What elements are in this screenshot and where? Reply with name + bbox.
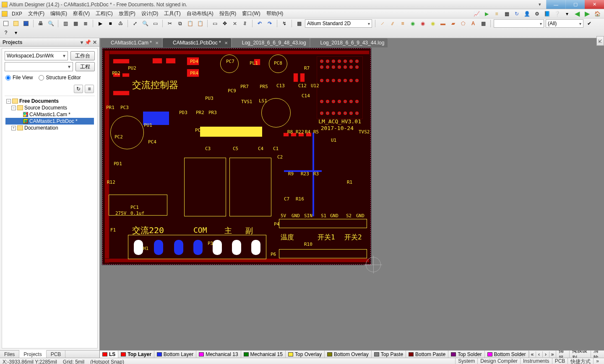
panel-pin-icon[interactable]: 📌 <box>85 39 91 45</box>
workspace-combo[interactable]: Workspace1.DsnWrk <box>5 51 68 60</box>
menu-dxp[interactable]: DXP <box>9 10 25 18</box>
doc-tab-log2[interactable]: Log_2018_6_6_9_43_44.log <box>310 38 388 47</box>
tab-close-icon[interactable]: ✕ <box>224 41 228 45</box>
menu-tail-help-icon[interactable]: ❔ <box>553 10 561 18</box>
filter-combo[interactable] <box>494 19 544 28</box>
close-button[interactable]: ✕ <box>585 0 604 9</box>
pad-red-icon[interactable]: ◉ <box>419 19 427 28</box>
layers-icon[interactable]: ≣ <box>81 19 90 28</box>
zoom-in-icon[interactable]: 🔍 <box>141 19 149 28</box>
projects-panel-header[interactable]: Projects ▾ 📌 ✕ <box>0 38 99 47</box>
tree-root[interactable]: −Free Documents <box>5 98 94 104</box>
layer-bottom-paste[interactable]: Bottom Paste <box>406 351 448 358</box>
help-tip-icon[interactable]: ? <box>2 29 10 37</box>
preview-icon[interactable]: 🔍 <box>47 19 55 28</box>
filter-apply-icon[interactable]: ✔ <box>585 19 594 28</box>
zoom-fit-icon[interactable]: ⤢ <box>131 19 139 28</box>
tab-close-icon[interactable]: ✕ <box>155 41 159 45</box>
menu-tail-expand-icon[interactable]: ▾ <box>563 10 571 18</box>
menu-edit[interactable]: 编辑(E) <box>48 9 70 18</box>
layer-mech15[interactable]: Mechanical 15 <box>241 351 286 358</box>
stop-icon[interactable]: ■ <box>106 19 115 28</box>
status-tab-system[interactable]: System <box>455 358 477 364</box>
nav-back-icon[interactable]: ◀ <box>573 10 581 18</box>
cut-icon[interactable]: ✂ <box>166 19 174 28</box>
layer-bottom-solder[interactable]: Bottom Solder <box>485 351 529 358</box>
via-icon[interactable]: ◉ <box>409 19 417 28</box>
status-tab-pcb[interactable]: PCB <box>552 358 568 364</box>
menu-autoroute[interactable]: 自动布线(A) <box>184 9 216 18</box>
tree-documentation[interactable]: +Documentation <box>5 125 94 131</box>
menu-tail-person-icon[interactable]: 👤 <box>523 10 531 18</box>
status-more-icon[interactable]: » <box>593 358 601 364</box>
pad-yellow-icon[interactable]: ◉ <box>429 19 437 28</box>
move-icon[interactable]: ✥ <box>221 19 229 28</box>
menu-tail-grid-icon[interactable]: ▦ <box>502 10 511 18</box>
compile-icon[interactable]: ▶ <box>96 19 104 28</box>
layer-mech13[interactable]: Mechanical 13 <box>196 351 241 358</box>
menu-place[interactable]: 放置(P) <box>116 9 138 18</box>
panel-close-icon[interactable]: ✕ <box>93 39 97 45</box>
nav-fwd-icon[interactable]: ▶ <box>583 10 591 18</box>
layer-nav-first[interactable]: « <box>529 351 536 357</box>
menu-window[interactable]: 窗口(W) <box>240 9 263 18</box>
tree-cam-doc[interactable]: CAMtastic1.Cam * <box>5 111 94 118</box>
left-tab-projects[interactable]: Projects <box>19 350 46 358</box>
left-tab-files[interactable]: Files <box>0 351 19 358</box>
structure-editor-radio[interactable]: Structure Editor <box>39 75 81 81</box>
filter-more-icon[interactable]: ▾ <box>12 29 20 37</box>
save-icon[interactable] <box>22 19 30 28</box>
open-icon[interactable] <box>12 19 20 28</box>
menu-tools[interactable]: 工具(T) <box>161 9 183 18</box>
tree-icon[interactable]: ♳ <box>116 19 125 28</box>
route-icon[interactable]: ⟋ <box>378 19 387 28</box>
tree-pcb-doc[interactable]: CAMtastic1.PcbDoc * <box>5 118 94 125</box>
tree-source-docs[interactable]: −Source Documents <box>5 104 94 111</box>
print-icon[interactable]: 🖶 <box>36 19 45 28</box>
layer-bottom-overlay[interactable]: Bottom Overlay <box>325 351 372 358</box>
window-dropdown-icon[interactable]: ▾ <box>534 0 546 9</box>
file-view-radio[interactable]: File View <box>5 75 33 81</box>
right-collapsed-panel[interactable]: ⇲ <box>596 36 604 46</box>
menu-report[interactable]: 报告(R) <box>217 9 239 18</box>
copy-icon[interactable]: ⧉ <box>176 19 184 28</box>
paste-icon[interactable]: 📋 <box>186 19 194 28</box>
nav-home-icon[interactable]: 🏠 <box>593 10 601 18</box>
menu-project[interactable]: 工程(C) <box>93 9 115 18</box>
redo-icon[interactable]: ↷ <box>266 19 274 28</box>
left-tab-pcb[interactable]: PCB <box>47 351 66 358</box>
board-icon[interactable]: ▦ <box>71 19 80 28</box>
project-combo[interactable] <box>5 62 73 71</box>
menu-design[interactable]: 设计(D) <box>139 9 161 18</box>
pcb-canvas[interactable]: 交流控制器 LM_ACQ_HV3.01 2017-10-24 交流220 COM… <box>100 47 604 350</box>
route-multi-icon[interactable]: ≡ <box>398 19 407 28</box>
cross-probe-icon[interactable]: ↯ <box>280 19 289 28</box>
doc-tab-cam[interactable]: CAMtastic1.Cam *✕ <box>101 38 162 47</box>
rtab-mask[interactable]: 掩膜级别 <box>569 350 591 358</box>
component-icon[interactable]: ▦ <box>479 19 487 28</box>
layer-nav-next[interactable]: › <box>542 351 549 357</box>
menu-tail-layers-icon[interactable]: ≡ <box>492 10 501 18</box>
clear-icon[interactable]: ⥯ <box>241 19 249 28</box>
rtab-clear[interactable]: 清除 <box>591 350 604 358</box>
rtab-snap[interactable]: 捕捉 <box>556 350 569 358</box>
status-tab-instruments[interactable]: Instruments <box>520 358 552 364</box>
poly-icon[interactable]: ⬠ <box>459 19 467 28</box>
maximize-button[interactable]: ▢ <box>565 0 585 9</box>
3d-icon[interactable]: ▦ <box>295 19 303 28</box>
minimize-button[interactable]: — <box>546 0 565 9</box>
region-icon[interactable]: ▰ <box>449 19 457 28</box>
project-button[interactable]: 工程 <box>76 62 95 71</box>
menu-help[interactable]: 帮助(H) <box>264 9 286 18</box>
menu-view[interactable]: 察看(V) <box>70 9 92 18</box>
text-icon[interactable]: A <box>469 19 477 28</box>
status-tab-shortcuts[interactable]: 快捷方式 <box>568 358 593 364</box>
route-diff-icon[interactable]: ⫽ <box>388 19 397 28</box>
select-rect-icon[interactable]: ▭ <box>211 19 219 28</box>
all-filter-combo[interactable]: (All) <box>546 19 583 28</box>
menu-tail-refresh-icon[interactable]: ↻ <box>513 10 521 18</box>
chip-icon[interactable]: ▥ <box>61 19 70 28</box>
status-tab-design-compiler[interactable]: Design Compiler <box>477 358 520 364</box>
zoom-area-icon[interactable]: ▭ <box>151 19 159 28</box>
undo-icon[interactable]: ↶ <box>255 19 264 28</box>
